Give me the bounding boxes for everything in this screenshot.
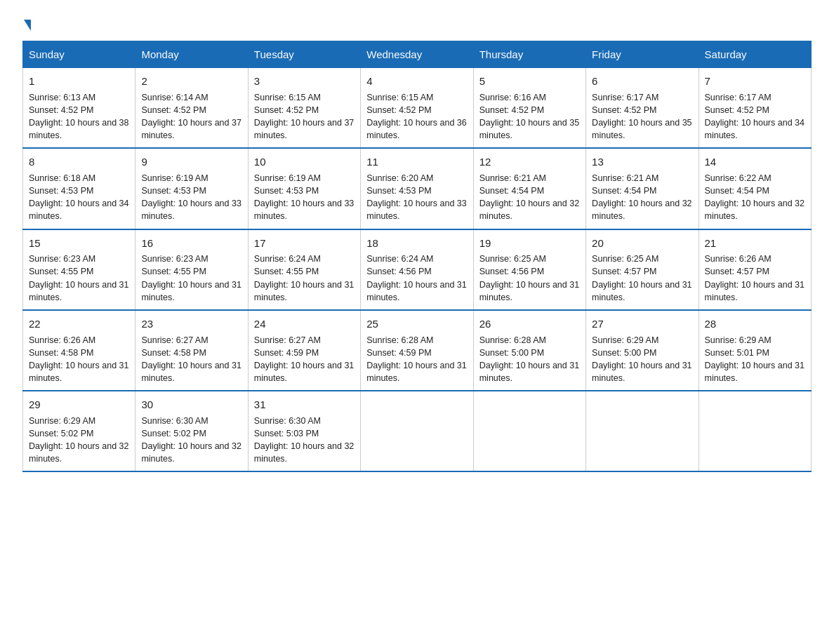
- day-info: Sunrise: 6:29 AMSunset: 5:02 PMDaylight:…: [29, 416, 128, 464]
- day-number: 13: [592, 154, 692, 170]
- day-info: Sunrise: 6:30 AMSunset: 5:02 PMDaylight:…: [141, 416, 241, 464]
- day-number: 25: [366, 316, 467, 332]
- day-number: 21: [705, 236, 805, 251]
- calendar-cell: 28Sunrise: 6:29 AMSunset: 5:01 PMDayligh…: [699, 310, 811, 391]
- day-number: 12: [479, 154, 580, 170]
- day-number: 23: [141, 316, 241, 332]
- day-number: 26: [479, 316, 580, 332]
- day-number: 29: [29, 397, 129, 412]
- calendar-cell: [473, 391, 585, 471]
- calendar-table: SundayMondayTuesdayWednesdayThursdayFrid…: [22, 41, 812, 472]
- calendar-cell: 23Sunrise: 6:27 AMSunset: 4:58 PMDayligh…: [135, 310, 248, 391]
- day-info: Sunrise: 6:27 AMSunset: 4:58 PMDaylight:…: [141, 335, 241, 383]
- day-number: 19: [479, 236, 580, 251]
- day-number: 27: [592, 316, 692, 332]
- calendar-week-row: 15Sunrise: 6:23 AMSunset: 4:55 PMDayligh…: [23, 229, 812, 310]
- day-info: Sunrise: 6:15 AMSunset: 4:52 PMDaylight:…: [254, 93, 354, 140]
- day-info: Sunrise: 6:18 AMSunset: 4:53 PMDaylight:…: [29, 173, 128, 221]
- day-info: Sunrise: 6:16 AMSunset: 4:52 PMDaylight:…: [479, 93, 579, 140]
- calendar-cell: 22Sunrise: 6:26 AMSunset: 4:58 PMDayligh…: [23, 310, 135, 391]
- calendar-cell: 10Sunrise: 6:19 AMSunset: 4:53 PMDayligh…: [248, 148, 360, 229]
- day-number: 22: [29, 316, 129, 332]
- day-number: 9: [141, 154, 241, 170]
- day-number: 14: [705, 154, 805, 170]
- calendar-cell: 11Sunrise: 6:20 AMSunset: 4:53 PMDayligh…: [361, 148, 473, 229]
- calendar-cell: 12Sunrise: 6:21 AMSunset: 4:54 PMDayligh…: [473, 148, 585, 229]
- day-info: Sunrise: 6:30 AMSunset: 5:03 PMDaylight:…: [254, 416, 354, 464]
- day-number: 11: [366, 154, 467, 170]
- calendar-cell: 13Sunrise: 6:21 AMSunset: 4:54 PMDayligh…: [586, 148, 699, 229]
- calendar-cell: 21Sunrise: 6:26 AMSunset: 4:57 PMDayligh…: [699, 229, 811, 310]
- day-number: 16: [141, 236, 241, 251]
- day-number: 15: [29, 236, 129, 251]
- day-info: Sunrise: 6:24 AMSunset: 4:55 PMDaylight:…: [254, 254, 354, 302]
- day-number: 7: [705, 74, 805, 89]
- calendar-header-friday: Friday: [586, 41, 699, 68]
- day-info: Sunrise: 6:21 AMSunset: 4:54 PMDaylight:…: [592, 173, 691, 221]
- calendar-header-thursday: Thursday: [473, 41, 585, 68]
- calendar-cell: 4Sunrise: 6:15 AMSunset: 4:52 PMDaylight…: [361, 68, 473, 149]
- calendar-cell: 3Sunrise: 6:15 AMSunset: 4:52 PMDaylight…: [248, 68, 360, 149]
- day-number: 6: [592, 74, 692, 89]
- calendar-header-monday: Monday: [135, 41, 248, 68]
- calendar-cell: 5Sunrise: 6:16 AMSunset: 4:52 PMDaylight…: [473, 68, 585, 149]
- day-info: Sunrise: 6:26 AMSunset: 4:57 PMDaylight:…: [705, 254, 805, 302]
- day-number: 18: [366, 236, 467, 251]
- day-info: Sunrise: 6:21 AMSunset: 4:54 PMDaylight:…: [479, 173, 579, 221]
- calendar-cell: 2Sunrise: 6:14 AMSunset: 4:52 PMDaylight…: [135, 68, 248, 149]
- calendar-header-tuesday: Tuesday: [248, 41, 360, 68]
- calendar-cell: [361, 391, 473, 471]
- day-number: 2: [141, 74, 241, 89]
- day-info: Sunrise: 6:24 AMSunset: 4:56 PMDaylight:…: [366, 254, 466, 302]
- calendar-cell: 18Sunrise: 6:24 AMSunset: 4:56 PMDayligh…: [361, 229, 473, 310]
- page-header: [22, 17, 812, 29]
- calendar-header-saturday: Saturday: [699, 41, 811, 68]
- calendar-week-row: 8Sunrise: 6:18 AMSunset: 4:53 PMDaylight…: [23, 148, 812, 229]
- day-info: Sunrise: 6:14 AMSunset: 4:52 PMDaylight:…: [141, 93, 241, 140]
- day-info: Sunrise: 6:20 AMSunset: 4:53 PMDaylight:…: [366, 173, 466, 221]
- day-number: 24: [254, 316, 355, 332]
- calendar-cell: 7Sunrise: 6:17 AMSunset: 4:52 PMDaylight…: [699, 68, 811, 149]
- day-info: Sunrise: 6:22 AMSunset: 4:54 PMDaylight:…: [705, 173, 805, 221]
- day-number: 5: [479, 74, 580, 89]
- day-number: 31: [254, 397, 355, 412]
- calendar-cell: 9Sunrise: 6:19 AMSunset: 4:53 PMDaylight…: [135, 148, 248, 229]
- calendar-cell: 14Sunrise: 6:22 AMSunset: 4:54 PMDayligh…: [699, 148, 811, 229]
- calendar-cell: 31Sunrise: 6:30 AMSunset: 5:03 PMDayligh…: [248, 391, 360, 471]
- day-info: Sunrise: 6:28 AMSunset: 5:00 PMDaylight:…: [479, 335, 579, 383]
- calendar-cell: 27Sunrise: 6:29 AMSunset: 5:00 PMDayligh…: [586, 310, 699, 391]
- calendar-cell: 19Sunrise: 6:25 AMSunset: 4:56 PMDayligh…: [473, 229, 585, 310]
- day-number: 17: [254, 236, 355, 251]
- calendar-header-row: SundayMondayTuesdayWednesdayThursdayFrid…: [23, 41, 812, 68]
- day-number: 3: [254, 74, 355, 89]
- calendar-week-row: 29Sunrise: 6:29 AMSunset: 5:02 PMDayligh…: [23, 391, 812, 471]
- calendar-cell: 17Sunrise: 6:24 AMSunset: 4:55 PMDayligh…: [248, 229, 360, 310]
- day-info: Sunrise: 6:17 AMSunset: 4:52 PMDaylight:…: [705, 93, 805, 140]
- calendar-cell: 25Sunrise: 6:28 AMSunset: 4:59 PMDayligh…: [361, 310, 473, 391]
- calendar-cell: 20Sunrise: 6:25 AMSunset: 4:57 PMDayligh…: [586, 229, 699, 310]
- logo: [22, 17, 31, 29]
- day-info: Sunrise: 6:17 AMSunset: 4:52 PMDaylight:…: [592, 93, 691, 140]
- day-number: 8: [29, 154, 129, 170]
- day-number: 28: [705, 316, 805, 332]
- day-info: Sunrise: 6:13 AMSunset: 4:52 PMDaylight:…: [29, 93, 128, 140]
- day-number: 4: [366, 74, 467, 89]
- day-info: Sunrise: 6:25 AMSunset: 4:56 PMDaylight:…: [479, 254, 579, 302]
- calendar-header-wednesday: Wednesday: [361, 41, 473, 68]
- calendar-cell: [699, 391, 811, 471]
- day-info: Sunrise: 6:28 AMSunset: 4:59 PMDaylight:…: [366, 335, 466, 383]
- calendar-week-row: 1Sunrise: 6:13 AMSunset: 4:52 PMDaylight…: [23, 68, 812, 149]
- day-info: Sunrise: 6:23 AMSunset: 4:55 PMDaylight:…: [29, 254, 128, 302]
- day-info: Sunrise: 6:26 AMSunset: 4:58 PMDaylight:…: [29, 335, 128, 383]
- calendar-cell: 24Sunrise: 6:27 AMSunset: 4:59 PMDayligh…: [248, 310, 360, 391]
- calendar-cell: 1Sunrise: 6:13 AMSunset: 4:52 PMDaylight…: [23, 68, 135, 149]
- day-number: 10: [254, 154, 355, 170]
- day-info: Sunrise: 6:19 AMSunset: 4:53 PMDaylight:…: [254, 173, 354, 221]
- calendar-cell: 26Sunrise: 6:28 AMSunset: 5:00 PMDayligh…: [473, 310, 585, 391]
- day-number: 30: [141, 397, 241, 412]
- calendar-cell: [586, 391, 699, 471]
- day-number: 20: [592, 236, 692, 251]
- calendar-cell: 8Sunrise: 6:18 AMSunset: 4:53 PMDaylight…: [23, 148, 135, 229]
- calendar-cell: 16Sunrise: 6:23 AMSunset: 4:55 PMDayligh…: [135, 229, 248, 310]
- calendar-cell: 29Sunrise: 6:29 AMSunset: 5:02 PMDayligh…: [23, 391, 135, 471]
